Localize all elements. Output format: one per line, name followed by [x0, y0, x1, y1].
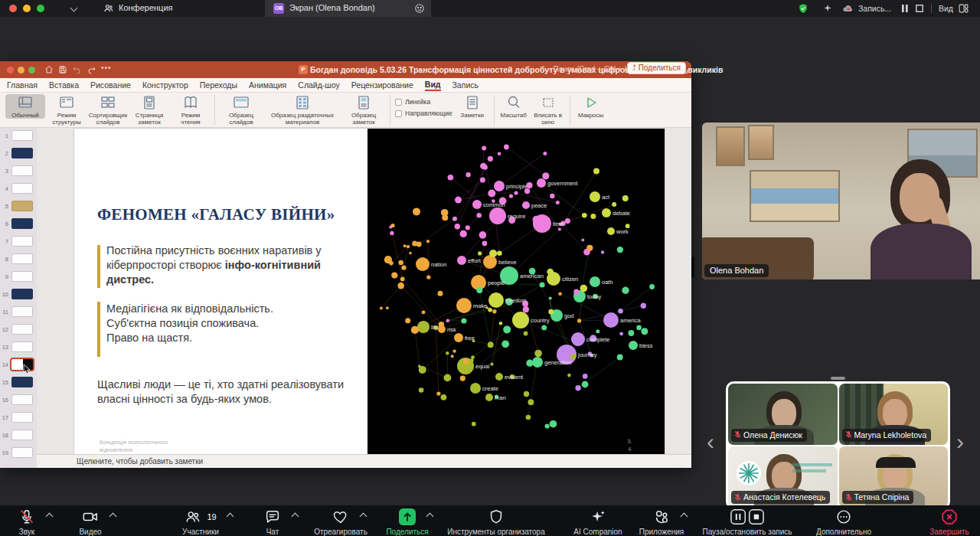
notes-master-button[interactable]: Образец заметок — [341, 94, 386, 126]
network-graph-svg: principlegovernmentcommonpeacerequiretim… — [368, 129, 665, 454]
thumbnail-preview[interactable] — [11, 253, 33, 264]
ribbon-tab-Запись[interactable]: Запись — [452, 80, 479, 90]
thumbnail-preview[interactable] — [11, 218, 33, 229]
view-layout-icon[interactable] — [959, 4, 969, 13]
slide-thumbnail-9[interactable]: 9 — [0, 271, 37, 286]
participant-video-tile[interactable]: Олена Денисюк — [728, 384, 838, 445]
view-normal-button[interactable]: Обычный — [5, 94, 45, 119]
ppt-close-button[interactable] — [7, 67, 14, 74]
slide-thumbnail-6[interactable]: 6 — [0, 218, 37, 234]
stop-recording-icon[interactable] — [916, 5, 923, 12]
reactions-smiley-icon[interactable] — [414, 3, 425, 14]
view-notes-page-button[interactable]: Страница заметок — [129, 94, 169, 126]
slide-thumbnail-19[interactable]: 19 — [0, 447, 37, 462]
ppt-minimize-button[interactable] — [18, 67, 24, 74]
toolbar-end-call[interactable]: Завершить — [888, 508, 980, 536]
gallery-previous-icon[interactable]: ‹ — [707, 429, 714, 455]
ribbon-tab-Анимация[interactable]: Анимация — [249, 80, 286, 90]
macros-button[interactable]: Макросы — [574, 94, 608, 119]
gallery-next-icon[interactable]: › — [956, 429, 964, 455]
toolbar-camera[interactable]: Видео — [29, 508, 152, 536]
thumbnail-preview[interactable] — [11, 201, 33, 211]
toolbar-more[interactable]: Дополнительно — [782, 508, 905, 536]
tab-conference[interactable]: Конференция — [119, 3, 172, 12]
thumbnail-preview[interactable] — [11, 148, 33, 159]
slide-thumbnail-4[interactable]: 4 — [0, 183, 37, 198]
slide-thumbnail-1[interactable]: 1 — [0, 130, 37, 145]
thumbnail-preview[interactable] — [11, 130, 33, 141]
ppt-share-button[interactable]: ⤴ Поделиться — [627, 62, 686, 74]
pause-recording-icon[interactable] — [901, 5, 909, 12]
thumbnail-preview[interactable] — [11, 377, 33, 387]
thumbnail-preview[interactable] — [11, 447, 33, 458]
notes-pane[interactable]: Щелкните, чтобы добавить заметки — [37, 454, 691, 468]
view-outline-button[interactable]: Режим структуры — [47, 94, 87, 126]
thumbnail-preview[interactable] — [11, 165, 33, 176]
participant-video-tile[interactable]: Тетяна Спіріна — [839, 446, 949, 508]
thumbnail-preview[interactable] — [11, 236, 33, 247]
slide-thumbnail-7[interactable]: 7 — [0, 236, 37, 251]
home-icon[interactable] — [44, 65, 54, 74]
ribbon-tab-Вставка[interactable]: Вставка — [49, 80, 79, 90]
view-menu-label[interactable]: Вид — [939, 4, 953, 13]
thumbnail-preview[interactable] — [11, 306, 33, 317]
chevron-down-icon[interactable] — [70, 5, 78, 12]
redo-icon[interactable] — [87, 65, 96, 74]
ribbon-tab-Переходы[interactable]: Переходы — [200, 80, 237, 90]
thumbnail-preview[interactable] — [11, 394, 33, 405]
thumbnail-preview[interactable] — [11, 324, 33, 335]
fullscreen-window-button[interactable] — [37, 5, 44, 12]
slide-thumbnail-16[interactable]: 16 — [0, 394, 37, 410]
undo-icon[interactable] — [72, 65, 81, 74]
slide-thumbnail-8[interactable]: 8 — [0, 253, 37, 269]
slide-master-button[interactable]: Образец слайдов — [219, 94, 263, 126]
gallery-drag-handle[interactable] — [831, 377, 845, 380]
slide-thumbnail-12[interactable]: 12 — [0, 324, 37, 339]
ppt-zoom-button[interactable] — [28, 67, 35, 74]
slide-thumbnail-5[interactable]: 5 — [0, 201, 37, 216]
search-field[interactable]: ⌕ Поиск (Cmd + Ctrl + U) — [547, 65, 632, 74]
thumbnail-preview[interactable] — [11, 412, 33, 423]
slide-thumbnail-13[interactable]: 13 — [0, 342, 37, 357]
slide-thumbnail-11[interactable]: 11 — [0, 306, 37, 322]
tab-screen-share[interactable]: ОВ Экран (Olena Bondan) — [265, 0, 431, 17]
participant-video-tile[interactable]: Maryna Lekholetova — [839, 384, 949, 445]
panel-resize-handle[interactable] — [691, 257, 694, 278]
thumbnail-preview[interactable] — [11, 271, 33, 282]
guides-checkbox[interactable]: Направляющие — [395, 109, 452, 117]
thumbnail-preview[interactable] — [11, 289, 33, 299]
ribbon-tab-Главная[interactable]: Главная — [7, 80, 38, 90]
ribbon-tab-Конструктор[interactable]: Конструктор — [142, 80, 188, 90]
view-reading-button[interactable]: Режим чтения — [171, 94, 211, 126]
slide-thumbnail-18[interactable]: 18 — [0, 430, 37, 445]
notes-toggle-button[interactable]: Заметки — [455, 94, 490, 119]
svg-text:principle: principle — [506, 183, 528, 190]
ruler-checkbox[interactable]: Линейка — [395, 98, 452, 106]
security-shield-icon[interactable] — [798, 3, 808, 14]
minimize-window-button[interactable] — [23, 5, 31, 12]
participant-video-tile[interactable]: Анастасія Котелевець — [728, 446, 838, 508]
speaker-video-tile[interactable]: Olena Bohdan — [702, 123, 980, 279]
slide-thumbnail-17[interactable]: 17 — [0, 412, 37, 427]
close-window-button[interactable] — [9, 5, 17, 12]
slide-thumbnail-3[interactable]: 3 — [0, 165, 37, 181]
ribbon-tab-Вид[interactable]: Вид — [425, 80, 441, 91]
thumbnail-preview[interactable] — [11, 430, 33, 440]
view-slide-sorter-button[interactable]: Сортировщик слайдов — [88, 94, 128, 126]
thumbnail-preview[interactable] — [11, 342, 33, 352]
save-icon[interactable] — [58, 65, 67, 74]
ribbon-tab-Рецензирование[interactable]: Рецензирование — [351, 80, 413, 90]
zoom-button[interactable]: Масштаб — [498, 94, 529, 119]
slide-thumbnail-15[interactable]: 15 — [0, 377, 37, 392]
ribbon-tab-Слайд-шоу[interactable]: Слайд-шоу — [298, 80, 339, 90]
slide-thumbnail-2[interactable]: 2 — [0, 148, 37, 163]
fit-to-window-button[interactable]: Вписать в окно — [531, 94, 566, 126]
ai-companion-icon[interactable] — [822, 3, 833, 14]
ribbon-tab-Рисование[interactable]: Рисование — [90, 80, 131, 90]
bullet-2-line: Медіагігієна як відповідальність. — [106, 302, 368, 316]
slide-thumbnail-14[interactable]: 14 — [0, 359, 37, 374]
slide-thumbnail-10[interactable]: 10 — [0, 289, 37, 304]
thumbnail-preview[interactable] — [11, 183, 33, 194]
more-commands-icon[interactable]: ••• — [101, 64, 112, 72]
handout-master-button[interactable]: Образец раздаточных материалов — [265, 94, 340, 126]
